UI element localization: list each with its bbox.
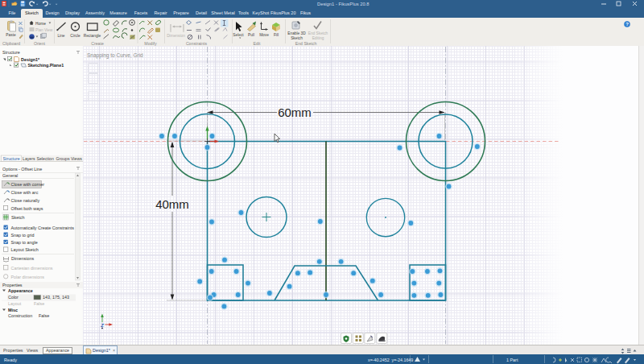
- svg-text:60mm: 60mm: [278, 105, 312, 119]
- svg-text:40mm: 40mm: [155, 197, 189, 211]
